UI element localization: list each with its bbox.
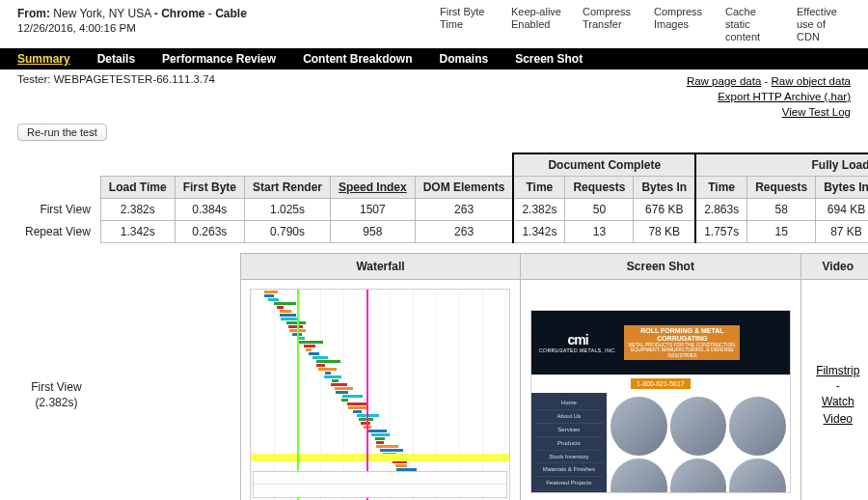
tab-summary[interactable]: Summary <box>17 52 70 66</box>
cell: 2.382s <box>513 198 565 220</box>
col-doc-time: Time <box>513 176 565 198</box>
ss-tiles <box>607 393 790 493</box>
corner-blank-2 <box>17 176 100 198</box>
link-export-har[interactable]: Export HTTP Archive (.har) <box>718 91 851 102</box>
cell: 676 KB <box>634 198 695 220</box>
ss-banner: ROLL FORMING & METAL CORRUGATING METAL P… <box>624 325 740 360</box>
cell: 1.342s <box>100 220 175 242</box>
screenshot-cell[interactable]: cmi CORRUGATED METALS, INC. ROLL FORMING… <box>521 279 800 500</box>
thumb-corner <box>162 253 240 279</box>
results-table-wrap: Document Complete Fully Loaded Load Time… <box>0 141 868 249</box>
thumbnails-wrap: Waterfall Screen Shot Video First View (… <box>0 249 868 500</box>
corner-blank <box>17 153 513 177</box>
ss-logo-sub: CORRUGATED METALS, INC. <box>539 347 617 353</box>
cell: 87 KB <box>816 220 868 242</box>
col-screenshot: Screen Shot <box>521 253 800 279</box>
results-table: Document Complete Fully Loaded Load Time… <box>17 153 868 243</box>
rerun-button[interactable]: Re-run the test <box>17 124 107 141</box>
from-label: From: <box>17 7 50 20</box>
ss-nav: HomeAbout UsServicesProductsStock Invent… <box>531 393 607 493</box>
cell: 15 <box>747 220 816 242</box>
waterfall-cell[interactable] <box>240 279 520 500</box>
video-sep: - <box>836 379 840 393</box>
link-watch-video[interactable]: Watch Video <box>809 393 867 428</box>
stat-cache-static: Cache static content <box>725 6 779 44</box>
row-first-view: First View 2.382s 0.384s 1.025s 1507 263… <box>17 198 868 220</box>
group-fully-loaded: Fully Loaded <box>695 153 868 177</box>
row-label-first: First View <box>17 198 100 220</box>
link-view-test-log[interactable]: View Test Log <box>782 106 851 118</box>
row-repeat-view: Repeat View 1.342s 0.263s 0.790s 958 263… <box>17 220 868 242</box>
thumb-row-label: First View (2.382s) <box>17 279 95 500</box>
video-cell: Filmstrip - Watch Video <box>800 279 868 500</box>
cell: 1507 <box>331 198 416 220</box>
tab-performance-review[interactable]: Performance Review <box>162 52 276 66</box>
cell: 1.025s <box>244 198 330 220</box>
tester-line: Tester: WEBPAGETESTER-66.111.3.74 <box>17 73 215 120</box>
link-raw-page-data[interactable]: Raw page data <box>687 75 761 87</box>
cell: 1.757s <box>695 220 747 242</box>
from-block: From: New York, NY USA - Chrome - Cable … <box>17 6 247 37</box>
tab-bar: Summary Details Performance Review Conte… <box>0 48 868 69</box>
cell: 0.263s <box>175 220 244 242</box>
cell: 0.790s <box>244 220 330 242</box>
cell: 2.382s <box>100 198 175 220</box>
col-doc-requests: Requests <box>565 176 634 198</box>
tester-value: WEBPAGETESTER-66.111.3.74 <box>54 73 215 85</box>
cell: 263 <box>415 220 513 242</box>
from-value: New York, NY USA - Chrome - Cable <box>53 7 247 20</box>
cell: 50 <box>565 198 634 220</box>
link-filmstrip[interactable]: Filmstrip <box>809 362 867 379</box>
subheader-links: Raw page data - Raw object data Export H… <box>687 73 851 120</box>
cell: 694 KB <box>816 198 868 220</box>
stat-compress-images: Compress Images <box>654 6 708 44</box>
link-sep: - <box>765 75 772 87</box>
col-waterfall: Waterfall <box>240 253 520 279</box>
ss-phone: 1-800-621-5617 <box>631 378 691 389</box>
col-start-render: Start Render <box>244 176 330 198</box>
tab-details[interactable]: Details <box>97 52 135 66</box>
screenshot-thumbnail[interactable]: cmi CORRUGATED METALS, INC. ROLL FORMING… <box>530 310 791 493</box>
col-first-byte: First Byte <box>175 176 244 198</box>
group-doc-complete: Document Complete <box>513 153 695 177</box>
stat-first-byte-time: First Byte Time <box>440 6 494 44</box>
tab-domains[interactable]: Domains <box>439 52 488 66</box>
cell: 13 <box>565 220 634 242</box>
stat-keepalive: Keep-alive Enabled <box>511 6 565 44</box>
col-video: Video <box>800 253 868 279</box>
cell: 58 <box>747 198 816 220</box>
col-doc-bytes: Bytes In <box>634 176 695 198</box>
cell: 2.863s <box>695 198 747 220</box>
cell: 78 KB <box>634 220 695 242</box>
page-header: From: New York, NY USA - Chrome - Cable … <box>0 0 868 48</box>
tab-content-breakdown[interactable]: Content Breakdown <box>303 52 412 66</box>
col-full-requests: Requests <box>747 176 816 198</box>
thumbnails-table: Waterfall Screen Shot Video First View (… <box>162 253 868 500</box>
grade-labels: First Byte Time Keep-alive Enabled Compr… <box>440 6 851 44</box>
col-full-bytes: Bytes In <box>816 176 868 198</box>
tester-label: Tester: <box>17 73 51 85</box>
col-speed-index[interactable]: Speed Index <box>331 176 416 198</box>
stat-compress-transfer: Compress Transfer <box>583 6 637 44</box>
cell: 0.384s <box>175 198 244 220</box>
waterfall-thumbnail[interactable] <box>250 289 510 500</box>
col-load-time: Load Time <box>100 176 175 198</box>
ss-logo: cmi <box>539 332 617 347</box>
cell: 958 <box>331 220 416 242</box>
row-label-repeat: Repeat View <box>17 220 100 242</box>
stat-cdn: Effective use of CDN <box>797 6 851 44</box>
link-raw-object-data[interactable]: Raw object data <box>772 75 851 87</box>
cell: 1.342s <box>513 220 565 242</box>
col-full-time: Time <box>695 176 747 198</box>
cell: 263 <box>415 198 513 220</box>
subheader: Tester: WEBPAGETESTER-66.111.3.74 Raw pa… <box>0 69 868 122</box>
tab-screen-shot[interactable]: Screen Shot <box>515 52 583 66</box>
col-dom-elements: DOM Elements <box>415 176 513 198</box>
test-datetime: 12/26/2016, 4:00:16 PM <box>17 21 247 37</box>
